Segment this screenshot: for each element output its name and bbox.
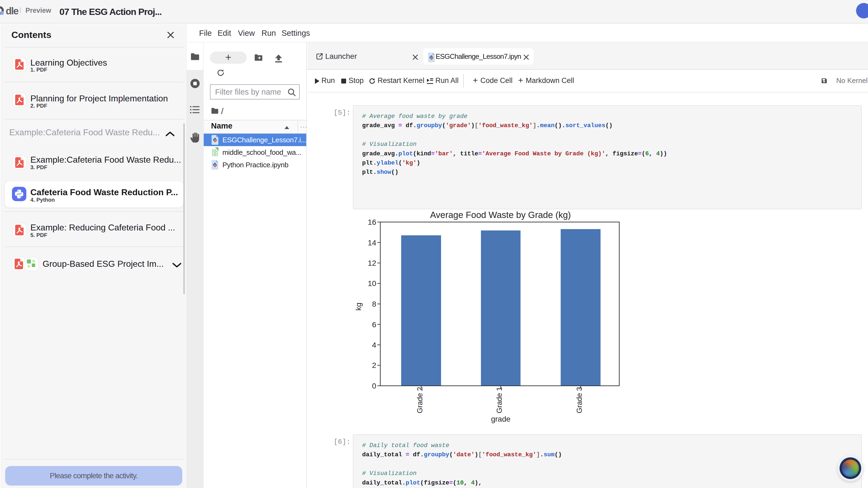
svg-text:12: 12 (368, 259, 376, 267)
svg-text:16: 16 (368, 218, 376, 226)
svg-text:4: 4 (372, 341, 376, 349)
svg-text:10: 10 (368, 279, 376, 288)
svg-text:Average Food Waste by Grade (k: Average Food Waste by Grade (kg) (430, 210, 571, 220)
svg-text:Grade 2: Grade 2 (416, 387, 424, 414)
svg-text:6: 6 (372, 321, 376, 329)
svg-text:Grade 1: Grade 1 (495, 387, 503, 414)
svg-text:grade: grade (491, 415, 510, 423)
svg-text:0: 0 (372, 382, 376, 390)
svg-text:14: 14 (368, 238, 376, 247)
svg-text:Grade 3: Grade 3 (575, 387, 584, 414)
svg-text:8: 8 (372, 300, 376, 308)
svg-text:2: 2 (372, 361, 376, 369)
svg-text:kg: kg (354, 302, 363, 311)
